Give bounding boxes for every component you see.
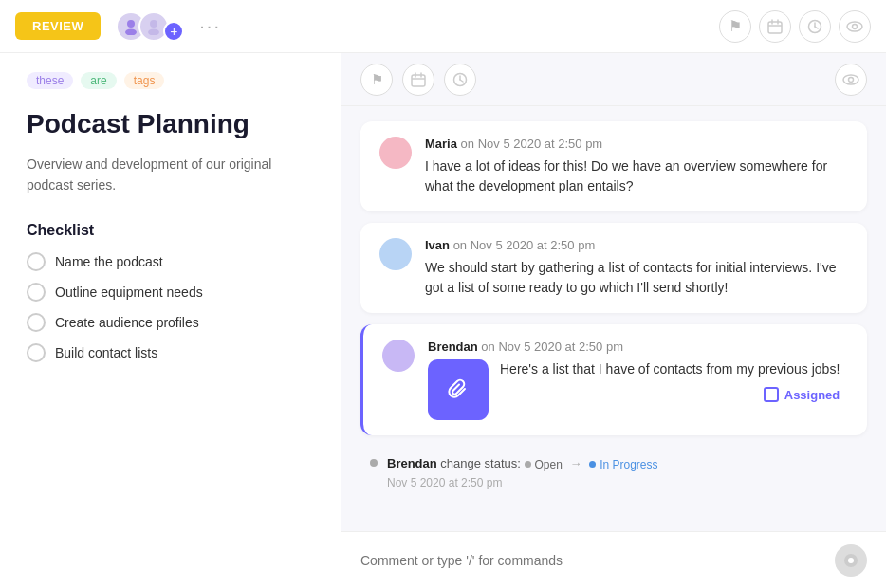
checklist-title: Checklist xyxy=(27,222,314,239)
avatars-group: + xyxy=(116,11,184,42)
svg-line-10 xyxy=(815,27,818,28)
comment-brendan-body: Brendan on Nov 5 2020 at 2:50 pm Here's … xyxy=(428,340,848,420)
tags-row: these are tags xyxy=(27,72,314,89)
toolbar-clock-icon[interactable] xyxy=(444,64,476,96)
status-change-timestamp: Nov 5 2020 at 2:50 pm xyxy=(387,476,502,489)
avatar-maria xyxy=(379,137,412,169)
comment-maria-author: Maria xyxy=(425,137,457,151)
checklist-label-2: Outline equipment needs xyxy=(55,285,203,300)
main-content: these are tags Podcast Planning Overview… xyxy=(0,53,886,588)
status-to: In Progress xyxy=(589,456,657,473)
right-toolbar-icons: ⚑ xyxy=(719,10,871,43)
status-change: Brendan change status: Open → In Progres… xyxy=(360,447,867,499)
checkbox-3[interactable] xyxy=(27,313,46,332)
checklist-item-3[interactable]: Create audience profiles xyxy=(27,313,314,332)
checklist-label-1: Name the podcast xyxy=(55,254,163,269)
status-dot xyxy=(370,459,378,467)
svg-point-20 xyxy=(843,75,858,84)
svg-point-21 xyxy=(849,77,854,82)
right-panel: ⚑ Maria on Nov 5 2020 at 2:50 pm xyxy=(341,53,886,588)
svg-point-11 xyxy=(847,22,862,31)
page-title: Podcast Planning xyxy=(27,108,314,140)
comment-input[interactable] xyxy=(360,553,825,568)
checkbox-2[interactable] xyxy=(27,283,46,302)
svg-rect-13 xyxy=(412,75,425,86)
tag-these[interactable]: these xyxy=(27,72,73,89)
more-options-button[interactable]: ··· xyxy=(199,15,221,37)
comment-ivan-timestamp: on Nov 5 2020 at 2:50 pm xyxy=(453,238,596,252)
svg-line-19 xyxy=(460,80,463,82)
eye-icon[interactable] xyxy=(839,10,871,43)
calendar-icon[interactable] xyxy=(759,10,791,43)
svg-point-1 xyxy=(125,28,137,35)
status-change-text: Brendan change status: Open → In Progres… xyxy=(387,454,658,491)
checkbox-4[interactable] xyxy=(27,343,46,362)
tag-tags[interactable]: tags xyxy=(124,72,165,89)
comment-ivan-text: We should start by gathering a list of c… xyxy=(425,258,848,298)
comment-ivan-header: Ivan on Nov 5 2020 at 2:50 pm xyxy=(425,238,848,252)
assigned-row: Assigned xyxy=(500,387,840,402)
comment-brendan-author: Brendan xyxy=(428,340,478,354)
avatar-brendan xyxy=(382,340,415,372)
comment-maria-timestamp: on Nov 5 2020 at 2:50 pm xyxy=(461,137,603,151)
checklist-item-1[interactable]: Name the podcast xyxy=(27,252,314,271)
comment-brendan-timestamp: on Nov 5 2020 at 2:50 pm xyxy=(481,340,623,354)
comment-input-bar xyxy=(341,531,886,588)
clock-icon[interactable] xyxy=(799,10,831,43)
checklist-label-3: Create audience profiles xyxy=(55,315,199,330)
checklist-label-4: Build contact lists xyxy=(55,345,157,360)
svg-point-0 xyxy=(127,20,135,28)
svg-point-2 xyxy=(150,20,157,28)
comment-ivan: Ivan on Nov 5 2020 at 2:50 pm We should … xyxy=(360,223,867,313)
tag-are[interactable]: are xyxy=(81,72,116,89)
avatar-ivan xyxy=(379,238,412,270)
toolbar-calendar-icon[interactable] xyxy=(402,64,434,96)
comment-maria-header: Maria on Nov 5 2020 at 2:50 pm xyxy=(425,137,848,151)
svg-point-23 xyxy=(848,558,854,563)
svg-point-12 xyxy=(853,24,858,28)
checkbox-1[interactable] xyxy=(27,252,46,271)
checklist-item-2[interactable]: Outline equipment needs xyxy=(27,283,314,302)
svg-rect-4 xyxy=(768,22,782,33)
comments-area: Maria on Nov 5 2020 at 2:50 pm I have a … xyxy=(341,106,886,531)
attachment-thumbnail[interactable] xyxy=(428,359,489,420)
left-panel: these are tags Podcast Planning Overview… xyxy=(0,53,341,588)
comment-maria-text: I have a lot of ideas for this! Do we ha… xyxy=(425,156,848,196)
svg-point-3 xyxy=(148,28,159,35)
toolbar-flag-icon[interactable]: ⚑ xyxy=(360,64,393,96)
brendan-inner: Brendan on Nov 5 2020 at 2:50 pm Here's … xyxy=(363,324,867,435)
assigned-label: Assigned xyxy=(784,388,840,402)
review-button[interactable]: REVIEW xyxy=(15,12,101,40)
send-button[interactable] xyxy=(835,544,867,577)
add-avatar-button[interactable]: + xyxy=(163,21,184,42)
comment-ivan-author: Ivan xyxy=(425,238,450,252)
toolbar-eye-icon[interactable] xyxy=(835,64,867,96)
assigned-checkbox[interactable] xyxy=(764,387,779,402)
flag-icon[interactable]: ⚑ xyxy=(719,10,751,43)
checklist-item-4[interactable]: Build contact lists xyxy=(27,343,314,362)
comment-brendan-header: Brendan on Nov 5 2020 at 2:50 pm xyxy=(428,340,848,354)
page-description: Overview and development of our original… xyxy=(27,154,314,196)
status-from: Open xyxy=(525,456,563,473)
right-toolbar: ⚑ xyxy=(341,53,886,106)
comment-maria-body: Maria on Nov 5 2020 at 2:50 pm I have a … xyxy=(425,137,848,196)
status-arrow: → xyxy=(570,456,586,470)
comment-ivan-body: Ivan on Nov 5 2020 at 2:50 pm We should … xyxy=(425,238,848,298)
status-change-author: Brendan xyxy=(387,456,437,470)
top-bar: REVIEW + ··· ⚑ xyxy=(0,0,886,53)
comment-brendan-text: Here's a list that I have of contacts fr… xyxy=(500,359,840,379)
comment-brendan: Brendan on Nov 5 2020 at 2:50 pm Here's … xyxy=(360,324,867,435)
status-change-action: change status: xyxy=(440,456,524,470)
comment-maria: Maria on Nov 5 2020 at 2:50 pm I have a … xyxy=(360,121,867,211)
